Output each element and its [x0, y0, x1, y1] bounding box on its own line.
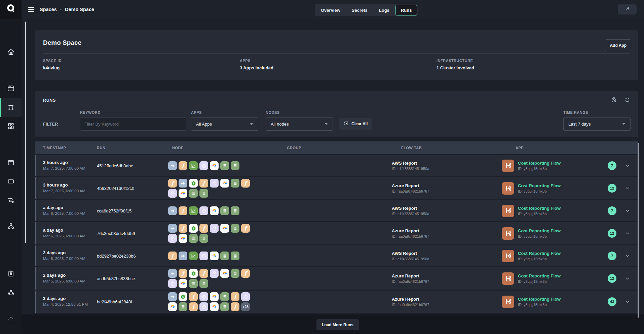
add-app-button[interactable]: Add App	[605, 39, 631, 51]
route-path-icon	[7, 196, 15, 206]
flow-tab-name: Azure Report	[392, 228, 502, 233]
arrow-node-icon	[168, 224, 177, 233]
app-name[interactable]: Cost Reporting Flow	[518, 206, 561, 211]
app-name[interactable]: Cost Reporting Flow	[518, 297, 561, 302]
breadcrumb-section[interactable]: Spaces	[40, 7, 57, 12]
table-node-icon	[231, 161, 239, 170]
expand-chevron-icon[interactable]	[624, 299, 631, 305]
run-row[interactable]: a day agoMar 6, 2025, 7:00:00 AMcca6d275…	[35, 200, 638, 221]
app-cell: Cost Reporting FlowID: y3qujj15rhx8b	[502, 160, 605, 172]
app-name[interactable]: Cost Reporting Flow	[518, 228, 561, 233]
panel-card-icon	[7, 177, 15, 187]
flow-tab-id: ID: c1f455851451950a	[392, 167, 502, 171]
expand-chevron-icon[interactable]	[624, 185, 631, 191]
expand-chevron-icon[interactable]	[624, 275, 631, 281]
sidebar-item-id-badge[interactable]	[0, 265, 22, 283]
expand-chevron-icon[interactable]	[624, 208, 631, 214]
table-node-icon	[220, 252, 229, 260]
timestamp-relative: 3 days ago	[43, 296, 93, 301]
run-id: be2f48bb6af2840f	[97, 299, 168, 304]
refresh-button[interactable]	[624, 97, 631, 104]
app-name[interactable]: Cost Reporting Flow	[518, 251, 561, 256]
expand-chevron-icon[interactable]	[624, 163, 631, 169]
node-icon-list: ƒ	[168, 206, 253, 215]
run-row[interactable]: 2 days agoMar 5, 2025, 7:00:00 AMbd2927b…	[35, 245, 638, 266]
sidebar-item-canvas-frame[interactable]	[0, 98, 22, 117]
content-scrollbar[interactable]	[638, 143, 639, 318]
airtable-node-icon	[168, 302, 177, 311]
runs-panel: RUNS FILTER KEYWORD APPS All Apps NODES	[35, 91, 638, 137]
space-id-value: k4uvlug	[43, 65, 240, 70]
app-name[interactable]: Cost Reporting Flow	[518, 273, 561, 278]
app-name[interactable]: Cost Reporting Flow	[518, 183, 561, 188]
flow-tab-id: ID: c1f455851451950a	[392, 212, 502, 216]
timer-node-icon	[210, 179, 219, 188]
app-logo[interactable]	[0, 0, 22, 19]
badge-cell: 43	[605, 297, 619, 306]
node-icon-list: ƒ$ƒƒ	[168, 224, 253, 243]
app-cell: Cost Reporting FlowID: y3qujj15rhx8b	[502, 182, 605, 195]
tab-runs[interactable]: Runs	[395, 5, 417, 15]
sidebar-item-panel-card[interactable]	[0, 172, 22, 191]
hidden-partial-icon	[8, 318, 13, 320]
auto-refresh-off-button[interactable]	[610, 97, 617, 104]
tab-logs[interactable]: Logs	[374, 5, 395, 15]
flow-tab-cell: Azure ReportID: faa0a9c4621b6767	[392, 183, 502, 193]
tab-overview[interactable]: Overview	[315, 5, 346, 15]
flow-tab-name: Azure Report	[392, 273, 502, 278]
sidebar-item-archive-box[interactable]	[0, 154, 22, 172]
run-row[interactable]: 3 hours agoMar 7, 2025, 6:00:00 AM4b6320…	[35, 177, 638, 199]
sidebar-item-apps-window[interactable]	[0, 79, 22, 98]
table-node-icon	[220, 302, 229, 311]
sidebar-item-hidden-partial[interactable]	[0, 306, 22, 321]
refresh-icon	[624, 97, 631, 104]
breadcrumb-separator: •	[60, 7, 62, 12]
sidebar-item-team[interactable]	[0, 283, 22, 302]
svg-text:$: $	[192, 272, 194, 275]
sidebar-item-route-path[interactable]	[0, 191, 22, 210]
timer-node-icon	[168, 234, 177, 243]
chevron-cell	[619, 230, 636, 236]
home-icon	[7, 48, 15, 58]
run-row[interactable]: 2 hours agoMar 7, 2025, 7:00:00 AM4512ff…	[35, 155, 638, 176]
run-row[interactable]: a day agoMar 6, 2025, 6:00:00 AM76c3ec03…	[35, 222, 638, 244]
arrow-node-icon	[168, 269, 177, 278]
tab-secrets[interactable]: Secrets	[346, 5, 373, 15]
sidebar-scrollbar[interactable]	[25, 22, 26, 243]
flow-tab-id: ID: faa0a9c4621b6767	[392, 279, 502, 283]
app-text: Cost Reporting FlowID: y3qujj15rhx8b	[518, 251, 561, 261]
chevron-cell	[619, 299, 636, 305]
space-id-label: SPACE ID	[43, 59, 240, 63]
sidebar-item-layout-blocks[interactable]	[0, 117, 22, 136]
more-nodes-chip[interactable]: +28	[241, 302, 250, 311]
apps-select[interactable]: All Apps	[191, 117, 258, 131]
expand-chevron-icon[interactable]	[624, 253, 631, 259]
node-cell: ƒ$ƒƒ	[168, 224, 287, 243]
timestamp-absolute: Mar 6, 2025, 7:00:00 AM	[43, 211, 93, 216]
space-tabs: Overview Secrets Logs Runs	[315, 4, 418, 16]
clear-all-button[interactable]: Clear All	[339, 118, 372, 130]
run-row[interactable]: 3 days agoMar 4, 2025, 12:58:51 PMbe2f48…	[35, 291, 638, 313]
app-id: ID: y3qujj15rhx8b	[518, 189, 561, 193]
timer-node-icon	[168, 279, 177, 288]
load-more-runs-button[interactable]: Load More Runs	[316, 319, 359, 330]
nodes-select[interactable]: All nodes	[266, 117, 333, 131]
time-range-select[interactable]: Last 7 days	[563, 117, 631, 131]
expand-chevron-icon[interactable]	[624, 230, 631, 236]
airtable-node-icon	[210, 302, 219, 311]
pin-button[interactable]	[618, 4, 637, 14]
run-row[interactable]: 2 days agoMar 5, 2025, 6:00:00 AMacdb5b8…	[35, 267, 638, 290]
sidebar-item-home[interactable]	[0, 43, 22, 62]
menu-icon[interactable]	[28, 6, 34, 13]
app-name[interactable]: Cost Reporting Flow	[518, 161, 561, 166]
clear-all-label: Clear All	[351, 122, 368, 126]
badge-cell: 7	[605, 206, 619, 215]
keyword-label: KEYWORD	[80, 110, 186, 114]
sidebar-item-node-cluster[interactable]	[0, 217, 22, 236]
keyword-input[interactable]	[80, 117, 186, 131]
app-id: ID: y3qujj15rhx8b	[518, 234, 561, 238]
flow-app-icon	[502, 272, 514, 285]
flow-tab-cell: AWS ReportID: c1f455851451950a	[392, 161, 502, 171]
function-node-icon: ƒ	[168, 252, 177, 260]
function-node-icon: ƒ	[179, 206, 187, 215]
